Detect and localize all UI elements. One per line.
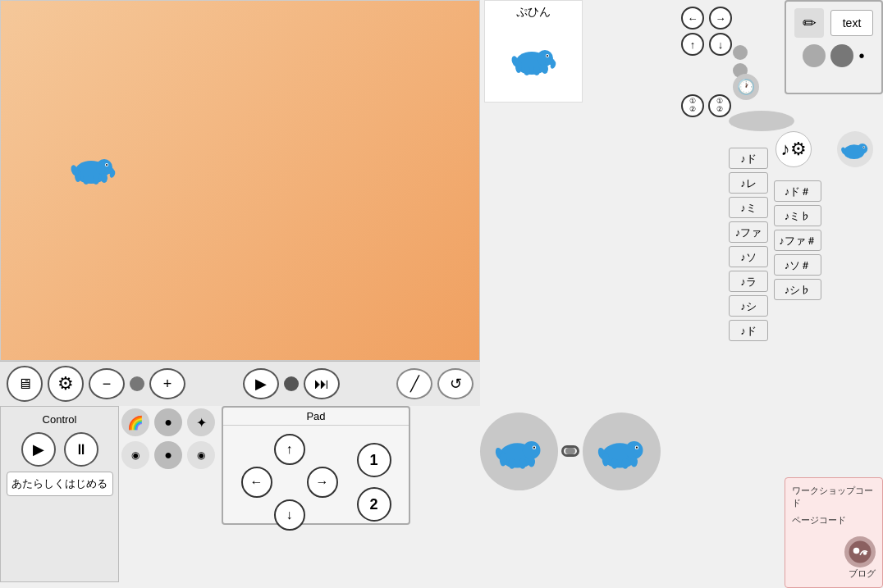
pad-btn-2[interactable]: 2: [357, 487, 391, 522]
elephant-icon-topright[interactable]: [837, 131, 873, 167]
control-play-button[interactable]: ▶: [21, 432, 56, 467]
note-fa-sharp[interactable]: ♪ファ＃: [774, 230, 821, 251]
num-btn-2-top[interactable]: ①②: [708, 94, 731, 117]
blog-icon[interactable]: [844, 536, 876, 567]
bottom-icon-grid: 🌈 ● ✦ ◉ ● ◉: [121, 408, 217, 471]
tool2-button[interactable]: ↺: [437, 368, 474, 399]
svg-point-5: [93, 175, 99, 185]
record-dot: [284, 376, 299, 391]
workshop-code-link[interactable]: ワークショップコード: [792, 485, 876, 509]
color-circle-2[interactable]: [830, 44, 853, 67]
chain-link: [558, 439, 583, 463]
control-pause-button[interactable]: ⏸: [64, 432, 98, 467]
svg-point-45: [849, 541, 872, 563]
small-gray-circles: [733, 45, 748, 78]
num-pair-buttons: ①② ①②: [681, 94, 733, 117]
move-left-btn[interactable]: ←: [681, 7, 704, 30]
note-si-flat[interactable]: ♪シ♭: [774, 279, 821, 300]
clock-icon[interactable]: 🕐: [733, 74, 759, 100]
tool1-button[interactable]: ╱: [396, 368, 432, 399]
linked-elephant-left: [492, 431, 546, 471]
stage: [0, 0, 480, 361]
num-btn-1-top[interactable]: ①②: [681, 94, 704, 117]
sprite-connector: [480, 413, 661, 490]
sprite-panel: ぷひん: [484, 0, 583, 103]
control-label: Control: [43, 413, 77, 426]
workshop-panel: ワークショップコード ページコード ブログ: [785, 477, 883, 588]
svg-point-46: [853, 548, 860, 554]
note-do[interactable]: ♪ド: [729, 148, 768, 169]
move-down-btn[interactable]: ↓: [709, 33, 732, 56]
text-tool-row2: •: [803, 44, 864, 67]
extra-dot[interactable]: •: [858, 47, 864, 66]
blog-label[interactable]: ブログ: [792, 567, 876, 580]
text-tool-panel: ✏ text •: [785, 0, 883, 94]
svg-point-6: [101, 173, 108, 183]
minus-button[interactable]: −: [89, 368, 125, 399]
note-ra[interactable]: ♪ラ: [729, 271, 768, 292]
radio3-icon[interactable]: ◉: [187, 441, 215, 469]
svg-point-15: [524, 66, 530, 75]
gray-circle-1: [733, 45, 748, 60]
gear-button[interactable]: ⚙: [48, 366, 84, 402]
note-so[interactable]: ♪ソ: [729, 246, 768, 267]
dpad-down[interactable]: ↓: [274, 499, 305, 531]
control-bar: 🖥 ⚙ − + ▶ ⏭ ╱ ↺: [0, 361, 480, 406]
svg-point-33: [509, 458, 516, 469]
page-code-link[interactable]: ページコード: [792, 514, 876, 526]
color-circle-1[interactable]: [803, 44, 826, 67]
stage-elephant: [68, 151, 117, 185]
dpad-right[interactable]: →: [307, 467, 338, 498]
move-right-btn[interactable]: →: [709, 7, 732, 30]
svg-point-32: [500, 452, 507, 466]
note-fa[interactable]: ♪ファ: [729, 221, 768, 243]
note-so-sharp[interactable]: ♪ソ＃: [774, 254, 821, 276]
plus-button[interactable]: +: [149, 368, 185, 399]
movement-panel: ← → ↑ ↓: [681, 7, 734, 56]
screen-button[interactable]: 🖥: [7, 366, 43, 402]
dpad-left[interactable]: ←: [241, 467, 272, 498]
fast-forward-button[interactable]: ⏭: [304, 368, 340, 399]
pad-btn-1[interactable]: 1: [357, 443, 391, 477]
svg-point-26: [863, 147, 864, 148]
note-mi-flat[interactable]: ♪ミ♭: [774, 205, 821, 226]
rainbow-icon[interactable]: 🌈: [121, 408, 149, 436]
music-gear-icon[interactable]: ♪⚙: [775, 131, 812, 167]
svg-point-23: [858, 144, 868, 154]
oval-shape: [729, 111, 794, 131]
dpad-up[interactable]: ↑: [274, 434, 305, 465]
svg-point-42: [611, 458, 619, 469]
dot-icon[interactable]: ●: [154, 408, 182, 436]
sprite-elephant-icon: [509, 42, 558, 76]
sprite-circle-right: [583, 413, 661, 490]
play-button[interactable]: ▶: [243, 368, 279, 399]
new-game-button[interactable]: あたらしくはじめる: [7, 472, 113, 496]
svg-point-41: [602, 452, 610, 466]
svg-point-4: [83, 175, 89, 185]
svg-point-35: [528, 457, 535, 467]
note-do-sharp[interactable]: ♪ド＃: [774, 180, 821, 202]
linked-elephant-right: [595, 431, 648, 471]
radio1-icon[interactable]: ◉: [121, 441, 149, 469]
sprite-preview: [489, 24, 578, 93]
radio2-icon[interactable]: ●: [154, 441, 182, 469]
dpad: ↑ ← → ↓: [241, 434, 338, 531]
move-up-btn[interactable]: ↑: [681, 33, 704, 56]
sparkle-icon[interactable]: ✦: [187, 408, 215, 436]
note-si[interactable]: ♪シ: [729, 295, 768, 317]
note-re[interactable]: ♪レ: [729, 172, 768, 194]
note-do-low[interactable]: ♪ド: [729, 320, 768, 341]
note-mi[interactable]: ♪ミ: [729, 197, 768, 218]
linked-elephants-panel: [480, 402, 661, 500]
pencil-icon[interactable]: ✏: [794, 8, 824, 38]
text-tool-row1: ✏ text: [794, 8, 873, 38]
pad-content: ↑ ← → ↓ 1 2: [223, 426, 409, 539]
svg-point-40: [636, 447, 638, 449]
pad-title: Pad: [223, 408, 409, 426]
svg-point-9: [106, 164, 108, 166]
control-panel: Control ▶ ⏸ あたらしくはじめる: [0, 406, 119, 582]
svg-point-47: [863, 551, 867, 555]
note-panel: ♪ド ♪レ ♪ミ ♪ファ ♪ソ ♪ラ ♪シ ♪ド: [729, 148, 768, 341]
text-label-button[interactable]: text: [830, 10, 873, 36]
svg-point-31: [533, 447, 535, 449]
